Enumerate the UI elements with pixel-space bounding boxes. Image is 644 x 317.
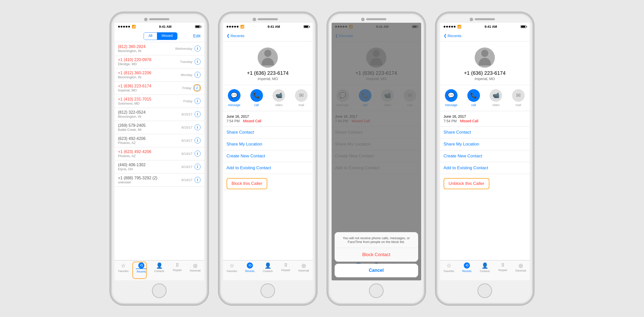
- tab-voicemail[interactable]: ◎ Voicemail: [186, 262, 204, 272]
- info-btn-1[interactable]: i: [195, 59, 201, 65]
- segmented-control[interactable]: All Missed: [144, 32, 177, 40]
- back-button-2[interactable]: ❮ Recents: [227, 33, 245, 38]
- mail-action-4[interactable]: ✉ mail: [510, 89, 527, 107]
- recents-icon-4: ⟲: [464, 262, 470, 269]
- tab-contacts-label-2: Contacts: [263, 270, 273, 273]
- home-button-4[interactable]: [477, 283, 492, 298]
- message-action-4[interactable]: 💬 message: [443, 89, 460, 107]
- avatar-4: [475, 47, 495, 68]
- share-location-2[interactable]: Share My Location: [223, 138, 313, 150]
- tab-recents-4[interactable]: ⟲ Recents: [458, 262, 476, 273]
- tab-bar-2: ☆ Favorites ⟲ Recents 👤 Contacts ⠿ Keypa…: [223, 260, 313, 280]
- home-button-3[interactable]: [369, 283, 384, 298]
- info-btn-5[interactable]: i: [195, 111, 201, 117]
- tab-contacts[interactable]: 👤 Contacts: [150, 262, 168, 273]
- block-contact-btn[interactable]: Block Contact: [335, 248, 418, 262]
- video-action-2[interactable]: 📹 video: [270, 89, 288, 107]
- call-log-4: June 16, 2017 7:54 PM Missed Call: [440, 111, 530, 127]
- call-action-2[interactable]: 📞 call: [248, 89, 265, 107]
- recent-loc-1: Elkridge, MD: [118, 62, 180, 66]
- phone-2-screen: 📶 9:41 AM ❮ Recents +1 (636) 223-6174: [223, 23, 313, 280]
- create-contact-2[interactable]: Create New Contact: [223, 150, 313, 162]
- all-tab[interactable]: All: [144, 33, 157, 40]
- tab-contacts-label: Contacts: [154, 270, 164, 273]
- mail-action-2[interactable]: ✉ mail: [293, 89, 310, 107]
- favorites-icon-4: ☆: [446, 262, 451, 269]
- action-buttons-4: 💬 message 📞 call 📹 video ✉ mail: [440, 85, 530, 111]
- back-label-2: Recents: [231, 34, 245, 38]
- edit-button[interactable]: Edit: [193, 34, 200, 39]
- missed-tab[interactable]: Missed: [157, 33, 177, 40]
- home-button[interactable]: [152, 283, 167, 298]
- tab-contacts-4[interactable]: 👤 Contacts: [476, 262, 494, 273]
- status-bar-2: 📶 9:41 AM: [223, 23, 313, 30]
- keypad-icon-4: ⠿: [501, 262, 504, 268]
- message-action-2[interactable]: 💬 message: [226, 89, 243, 107]
- home-button-2[interactable]: [260, 283, 275, 298]
- share-contact-4[interactable]: Share Contact: [440, 127, 530, 138]
- info-btn-3[interactable]: i: [194, 85, 200, 91]
- recent-loc-9: Elyria, OH: [118, 167, 182, 171]
- video-label-2: video: [275, 103, 283, 107]
- call-action-4[interactable]: 📞 call: [465, 89, 482, 107]
- recent-name-1: +1 (410) 220-0978: [118, 58, 180, 62]
- status-bar: 📶 9:41 AM: [115, 23, 204, 30]
- call-time-4: 7:54 PM: [444, 119, 457, 123]
- tab-favorites[interactable]: ☆ Favorites: [115, 262, 132, 273]
- wifi-icon: 📶: [132, 25, 136, 29]
- add-existing-2[interactable]: Add to Existing Contact: [223, 162, 313, 174]
- info-btn-7[interactable]: i: [195, 137, 201, 143]
- tab-keypad[interactable]: ⠿ Keypad: [168, 262, 186, 272]
- info-btn-9[interactable]: i: [195, 164, 201, 170]
- contact-location-2: Imperial, MO: [258, 77, 278, 81]
- favorites-icon: ☆: [121, 262, 126, 269]
- info-btn-8[interactable]: i: [195, 151, 201, 157]
- info-btn-2[interactable]: i: [195, 72, 201, 78]
- share-contact-2[interactable]: Share Contact: [223, 127, 313, 138]
- add-existing-4[interactable]: Add to Existing Contact: [440, 162, 530, 174]
- video-label-4: video: [492, 103, 500, 107]
- tab-recents-2[interactable]: ⟲ Recents: [241, 262, 259, 273]
- tab-voicemail-label-2: Voicemail: [298, 269, 309, 272]
- wifi-icon-2: 📶: [240, 25, 244, 29]
- video-action-4[interactable]: 📹 video: [487, 89, 505, 107]
- tab-voicemail-2[interactable]: ◎ Voicemail: [295, 262, 313, 272]
- tab-favorites-2[interactable]: ☆ Favorites: [223, 262, 241, 273]
- contacts-icon: 👤: [156, 262, 163, 269]
- tab-favorites-4[interactable]: ☆ Favorites: [440, 262, 458, 273]
- battery-icon: [195, 25, 201, 28]
- block-outline-2: Block this Caller: [227, 178, 267, 189]
- info-btn-4[interactable]: i: [195, 98, 201, 104]
- tab-voicemail-4[interactable]: ◎ Voicemail: [512, 262, 530, 272]
- modal-overlay: You will not receive phone calls, messag…: [332, 23, 421, 280]
- call-label-4: call: [471, 103, 476, 107]
- battery-area: [195, 25, 201, 28]
- tab-recents-label-2: Recents: [245, 270, 255, 273]
- cancel-sheet: Cancel: [335, 264, 418, 277]
- recent-item-3: +1 (636) 223-6174 Imperial, MO Friday i: [115, 82, 204, 95]
- back-button-4[interactable]: ❮ Recents: [444, 33, 462, 38]
- info-btn-0[interactable]: i: [195, 45, 201, 52]
- recent-name-6: (269) 579-2405: [118, 123, 182, 128]
- recent-item-8: +1 (623) 492-4206 Phoenix, AZ 6/14/17 i: [115, 147, 204, 160]
- info-btn-10[interactable]: i: [195, 177, 201, 183]
- nav-bar-2: ❮ Recents: [223, 30, 313, 41]
- info-btn-6[interactable]: i: [195, 124, 201, 130]
- tab-keypad-2[interactable]: ⠿ Keypad: [277, 262, 295, 272]
- mail-label-2: mail: [299, 103, 304, 107]
- tab-keypad-4[interactable]: ⠿ Keypad: [494, 262, 512, 272]
- create-contact-4[interactable]: Create New Contact: [440, 150, 530, 162]
- phone-camera-3: [361, 18, 365, 21]
- phone-speaker-3: [366, 18, 386, 20]
- share-location-4[interactable]: Share My Location: [440, 138, 530, 150]
- unblock-caller-button[interactable]: Unblock this Caller: [444, 179, 489, 189]
- recent-name-5: (812) 322-0524: [118, 110, 182, 115]
- contact-avatar-section-2: +1 (636) 223-6174 Imperial, MO: [223, 41, 313, 85]
- action-sheet: You will not receive phone calls, messag…: [335, 232, 418, 262]
- contacts-icon-2: 👤: [264, 262, 271, 269]
- tab-contacts-2[interactable]: 👤 Contacts: [259, 262, 277, 273]
- cancel-btn[interactable]: Cancel: [335, 264, 418, 277]
- tab-favorites-label-4: Favorites: [444, 270, 454, 273]
- phone-camera: [144, 18, 148, 21]
- block-caller-button-2[interactable]: Block this Caller: [227, 179, 267, 189]
